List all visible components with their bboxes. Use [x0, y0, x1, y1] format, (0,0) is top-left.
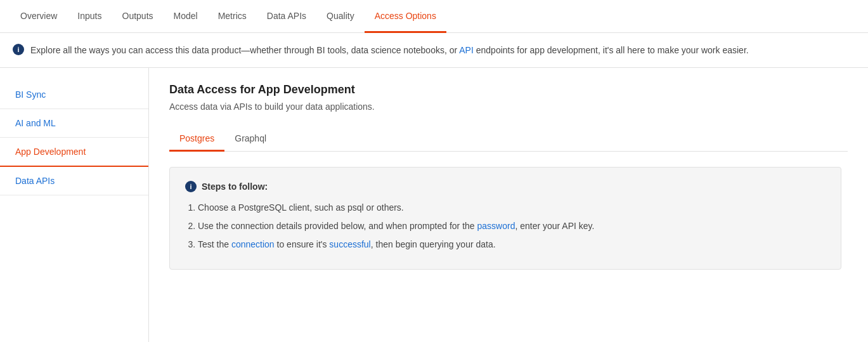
- nav-item-quality[interactable]: Quality: [316, 0, 365, 33]
- step-2: Use the connection details provided belo…: [198, 220, 826, 233]
- sidebar-item-data-apis[interactable]: Data APIs: [0, 167, 148, 195]
- sidebar-item-app-development[interactable]: App Development: [0, 138, 148, 167]
- successful-link[interactable]: successful: [329, 239, 370, 249]
- step-3: Test the connection to ensure it's succe…: [198, 238, 826, 251]
- nav-item-model[interactable]: Model: [164, 0, 208, 33]
- top-nav: Overview Inputs Outputs Model Metrics Da…: [0, 0, 868, 33]
- sidebar-item-ai-and-ml[interactable]: AI and ML: [0, 109, 148, 138]
- connection-link[interactable]: connection: [231, 239, 275, 249]
- nav-item-metrics[interactable]: Metrics: [208, 0, 257, 33]
- steps-list: Choose a PostgreSQL client, such as psql…: [185, 201, 826, 251]
- nav-item-outputs[interactable]: Outputs: [112, 0, 164, 33]
- steps-header: i Steps to follow:: [185, 180, 826, 192]
- api-link[interactable]: API: [459, 45, 474, 55]
- main-layout: BI Sync AI and ML App Development Data A…: [0, 68, 868, 342]
- info-banner: i Explore all the ways you can access th…: [0, 33, 868, 68]
- apis-link[interactable]: APIs: [233, 102, 252, 112]
- nav-item-overview[interactable]: Overview: [10, 0, 67, 33]
- step-1: Choose a PostgreSQL client, such as psql…: [198, 201, 826, 214]
- content-area: Data Access for App Development Access d…: [149, 68, 868, 342]
- steps-box: i Steps to follow: Choose a PostgreSQL c…: [169, 167, 841, 270]
- steps-info-icon: i: [185, 181, 197, 192]
- content-title: Data Access for App Development: [169, 83, 848, 96]
- sidebar: BI Sync AI and ML App Development Data A…: [0, 68, 149, 342]
- steps-header-text: Steps to follow:: [202, 181, 268, 192]
- content-subtitle: Access data via APIs to build your data …: [169, 102, 848, 112]
- sub-tab-postgres[interactable]: Postgres: [169, 127, 224, 152]
- sub-tabs: Postgres Graphql: [169, 127, 848, 152]
- nav-item-inputs[interactable]: Inputs: [67, 0, 112, 33]
- nav-item-data-apis[interactable]: Data APIs: [257, 0, 316, 33]
- password-link[interactable]: password: [477, 221, 515, 231]
- sub-tab-graphql[interactable]: Graphql: [224, 127, 276, 152]
- sidebar-item-bi-sync[interactable]: BI Sync: [0, 81, 148, 109]
- info-icon: i: [13, 44, 24, 55]
- nav-item-access-options[interactable]: Access Options: [365, 0, 446, 33]
- info-banner-text: Explore all the ways you can access this…: [30, 43, 749, 57]
